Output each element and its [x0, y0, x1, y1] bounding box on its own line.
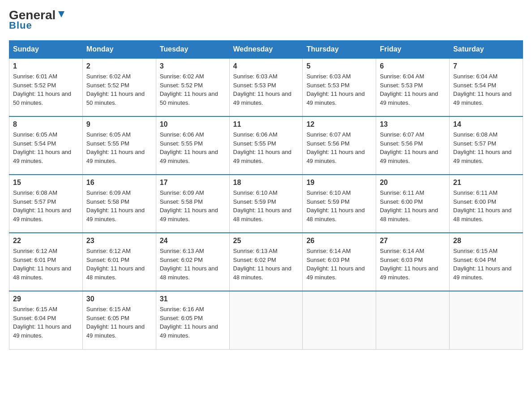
day-number: 15: [13, 179, 79, 187]
day-number: 26: [306, 237, 372, 245]
day-cell: 22 Sunrise: 6:12 AM Sunset: 6:01 PM Dayl…: [9, 233, 83, 291]
day-cell: [229, 291, 303, 349]
day-info: Sunrise: 6:01 AM Sunset: 5:52 PM Dayligh…: [13, 72, 79, 107]
day-number: 28: [453, 237, 519, 245]
week-row-3: 22 Sunrise: 6:12 AM Sunset: 6:01 PM Dayl…: [9, 233, 523, 291]
day-info: Sunrise: 6:14 AM Sunset: 6:03 PM Dayligh…: [380, 247, 446, 282]
day-info: Sunrise: 6:04 AM Sunset: 5:54 PM Dayligh…: [453, 72, 519, 107]
day-info: Sunrise: 6:06 AM Sunset: 5:55 PM Dayligh…: [160, 130, 226, 165]
day-info: Sunrise: 6:12 AM Sunset: 6:01 PM Dayligh…: [86, 247, 152, 282]
day-number: 27: [380, 237, 446, 245]
day-number: 4: [233, 62, 299, 70]
week-row-4: 29 Sunrise: 6:15 AM Sunset: 6:04 PM Dayl…: [9, 291, 523, 349]
day-number: 3: [160, 62, 226, 70]
day-info: Sunrise: 6:04 AM Sunset: 5:53 PM Dayligh…: [380, 72, 446, 107]
day-cell: 24 Sunrise: 6:13 AM Sunset: 6:02 PM Dayl…: [156, 233, 229, 291]
day-cell: 3 Sunrise: 6:02 AM Sunset: 5:52 PM Dayli…: [156, 58, 229, 116]
day-cell: 26 Sunrise: 6:14 AM Sunset: 6:03 PM Dayl…: [303, 233, 376, 291]
day-info: Sunrise: 6:10 AM Sunset: 5:59 PM Dayligh…: [233, 188, 299, 223]
day-cell: [450, 291, 523, 349]
day-info: Sunrise: 6:03 AM Sunset: 5:53 PM Dayligh…: [233, 72, 299, 107]
day-number: 29: [13, 295, 79, 303]
header-friday: Friday: [376, 41, 450, 59]
day-cell: 13 Sunrise: 6:07 AM Sunset: 5:56 PM Dayl…: [376, 116, 450, 175]
day-number: 10: [160, 120, 226, 128]
day-cell: 27 Sunrise: 6:14 AM Sunset: 6:03 PM Dayl…: [376, 233, 450, 291]
day-info: Sunrise: 6:09 AM Sunset: 5:58 PM Dayligh…: [160, 188, 226, 223]
day-number: 8: [13, 120, 79, 128]
day-number: 31: [160, 295, 226, 303]
header-saturday: Saturday: [450, 41, 523, 59]
day-info: Sunrise: 6:12 AM Sunset: 6:01 PM Dayligh…: [13, 247, 79, 282]
day-cell: 1 Sunrise: 6:01 AM Sunset: 5:52 PM Dayli…: [9, 58, 83, 116]
day-info: Sunrise: 6:07 AM Sunset: 5:56 PM Dayligh…: [306, 130, 372, 165]
day-number: 20: [380, 179, 446, 187]
day-info: Sunrise: 6:02 AM Sunset: 5:52 PM Dayligh…: [160, 72, 226, 107]
day-cell: 19 Sunrise: 6:10 AM Sunset: 5:59 PM Dayl…: [303, 175, 376, 233]
header-tuesday: Tuesday: [156, 41, 229, 59]
day-cell: 2 Sunrise: 6:02 AM Sunset: 5:52 PM Dayli…: [82, 58, 156, 116]
day-cell: 16 Sunrise: 6:09 AM Sunset: 5:58 PM Dayl…: [82, 175, 156, 233]
day-cell: 14 Sunrise: 6:08 AM Sunset: 5:57 PM Dayl…: [450, 116, 523, 175]
day-cell: 31 Sunrise: 6:16 AM Sunset: 6:05 PM Dayl…: [156, 291, 229, 349]
day-info: Sunrise: 6:15 AM Sunset: 6:04 PM Dayligh…: [453, 247, 519, 282]
day-cell: 21 Sunrise: 6:11 AM Sunset: 6:00 PM Dayl…: [450, 175, 523, 233]
day-cell: 30 Sunrise: 6:15 AM Sunset: 6:05 PM Dayl…: [82, 291, 156, 349]
day-info: Sunrise: 6:08 AM Sunset: 5:57 PM Dayligh…: [453, 130, 519, 165]
day-info: Sunrise: 6:02 AM Sunset: 5:52 PM Dayligh…: [86, 72, 152, 107]
day-info: Sunrise: 6:13 AM Sunset: 6:02 PM Dayligh…: [160, 247, 226, 282]
day-cell: 23 Sunrise: 6:12 AM Sunset: 6:01 PM Dayl…: [82, 233, 156, 291]
day-info: Sunrise: 6:13 AM Sunset: 6:02 PM Dayligh…: [233, 247, 299, 282]
calendar-table: SundayMondayTuesdayWednesdayThursdayFrid…: [9, 40, 523, 350]
day-number: 30: [86, 295, 152, 303]
day-number: 12: [306, 120, 372, 128]
day-number: 9: [86, 120, 152, 128]
day-info: Sunrise: 6:03 AM Sunset: 5:53 PM Dayligh…: [306, 72, 372, 107]
day-cell: 17 Sunrise: 6:09 AM Sunset: 5:58 PM Dayl…: [156, 175, 229, 233]
day-number: 11: [233, 120, 299, 128]
day-number: 6: [380, 62, 446, 70]
day-cell: 10 Sunrise: 6:06 AM Sunset: 5:55 PM Dayl…: [156, 116, 229, 175]
day-number: 1: [13, 62, 79, 70]
day-info: Sunrise: 6:10 AM Sunset: 5:59 PM Dayligh…: [306, 188, 372, 223]
day-cell: 9 Sunrise: 6:05 AM Sunset: 5:55 PM Dayli…: [82, 116, 156, 175]
day-number: 13: [380, 120, 446, 128]
day-info: Sunrise: 6:07 AM Sunset: 5:56 PM Dayligh…: [380, 130, 446, 165]
page-header: General Blue: [9, 9, 523, 31]
day-info: Sunrise: 6:11 AM Sunset: 6:00 PM Dayligh…: [453, 188, 519, 223]
day-cell: 29 Sunrise: 6:15 AM Sunset: 6:04 PM Dayl…: [9, 291, 83, 349]
day-info: Sunrise: 6:15 AM Sunset: 6:04 PM Dayligh…: [13, 305, 79, 340]
day-number: 22: [13, 237, 79, 245]
logo-blue: Blue: [9, 20, 32, 31]
day-number: 5: [306, 62, 372, 70]
header-wednesday: Wednesday: [229, 41, 303, 59]
day-cell: 12 Sunrise: 6:07 AM Sunset: 5:56 PM Dayl…: [303, 116, 376, 175]
day-cell: 7 Sunrise: 6:04 AM Sunset: 5:54 PM Dayli…: [450, 58, 523, 116]
day-cell: 15 Sunrise: 6:08 AM Sunset: 5:57 PM Dayl…: [9, 175, 83, 233]
day-number: 21: [453, 179, 519, 187]
day-number: 18: [233, 179, 299, 187]
day-number: 7: [453, 62, 519, 70]
header-row: SundayMondayTuesdayWednesdayThursdayFrid…: [9, 41, 523, 59]
day-cell: 11 Sunrise: 6:06 AM Sunset: 5:55 PM Dayl…: [229, 116, 303, 175]
day-info: Sunrise: 6:11 AM Sunset: 6:00 PM Dayligh…: [380, 188, 446, 223]
day-info: Sunrise: 6:09 AM Sunset: 5:58 PM Dayligh…: [86, 188, 152, 223]
logo: General Blue: [9, 9, 66, 31]
day-number: 23: [86, 237, 152, 245]
day-number: 25: [233, 237, 299, 245]
day-info: Sunrise: 6:05 AM Sunset: 5:55 PM Dayligh…: [86, 130, 152, 165]
logo-arrow-icon: [56, 9, 66, 19]
day-info: Sunrise: 6:05 AM Sunset: 5:54 PM Dayligh…: [13, 130, 79, 165]
day-cell: 4 Sunrise: 6:03 AM Sunset: 5:53 PM Dayli…: [229, 58, 303, 116]
week-row-0: 1 Sunrise: 6:01 AM Sunset: 5:52 PM Dayli…: [9, 58, 523, 116]
day-info: Sunrise: 6:14 AM Sunset: 6:03 PM Dayligh…: [306, 247, 372, 282]
week-row-1: 8 Sunrise: 6:05 AM Sunset: 5:54 PM Dayli…: [9, 116, 523, 175]
day-info: Sunrise: 6:06 AM Sunset: 5:55 PM Dayligh…: [233, 130, 299, 165]
day-number: 17: [160, 179, 226, 187]
day-cell: 18 Sunrise: 6:10 AM Sunset: 5:59 PM Dayl…: [229, 175, 303, 233]
day-number: 2: [86, 62, 152, 70]
day-info: Sunrise: 6:16 AM Sunset: 6:05 PM Dayligh…: [160, 305, 226, 340]
header-monday: Monday: [82, 41, 156, 59]
header-thursday: Thursday: [303, 41, 376, 59]
week-row-2: 15 Sunrise: 6:08 AM Sunset: 5:57 PM Dayl…: [9, 175, 523, 233]
